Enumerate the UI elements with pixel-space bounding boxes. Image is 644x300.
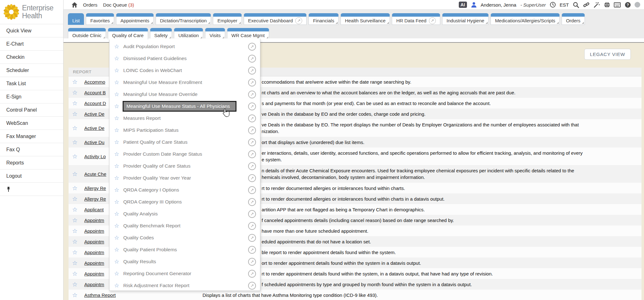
sidebar-item-fax-manager[interactable]: Fax Manager [0,130,63,143]
favorite-star-icon[interactable]: ☆ [113,151,121,158]
menu-item-quality-results[interactable]: ☆Quality Results↗ [109,256,260,268]
report-link[interactable]: Appointm [84,239,104,244]
menu-item-patient-quality-of-care-status[interactable]: ☆Patient Quality of Care Status↗ [109,136,260,148]
open-in-new-icon[interactable]: ↗ [248,162,256,170]
open-in-new-icon[interactable]: ↗ [248,67,256,75]
favorite-star-icon[interactable]: ☆ [113,43,121,50]
favorite-star-icon[interactable]: ☆ [113,210,121,217]
open-in-new-icon[interactable]: ↗ [248,222,256,230]
favorite-star-icon[interactable]: ☆ [71,227,78,235]
report-link[interactable]: Accommo [84,79,105,85]
open-in-new-icon[interactable]: ↗ [248,270,256,278]
tab-health-surveillance[interactable]: Health Surveillance [341,13,390,25]
menu-item-measures-report[interactable]: ☆Measures Report↗ [109,112,260,124]
menu-item-risk-adjustment-factor-report[interactable]: ☆Risk Adjustment Factor Report↗ [109,280,260,292]
open-in-new-icon[interactable]: ↗ [248,150,256,158]
open-in-new-icon[interactable]: ↗ [248,198,256,206]
favorite-star-icon[interactable]: ☆ [113,186,121,193]
open-in-new-icon[interactable]: ↗ [248,91,256,98]
report-link[interactable]: Allergy Re [84,186,106,191]
open-in-new-icon[interactable]: ↗ [248,55,256,63]
favorite-star-icon[interactable]: ☆ [71,125,78,132]
tab-favorites[interactable]: Favorites [86,13,114,25]
favorite-star-icon[interactable]: ☆ [113,55,121,62]
sidebar-item-control-panel[interactable]: Control Panel [0,103,63,117]
report-link[interactable]: Allergy Re [84,196,106,202]
sidebar-item-fax-q[interactable]: Fax Q [0,143,63,156]
tab-safety[interactable]: Safety [150,28,172,40]
tab-wr-case-mgmt[interactable]: WR Case Mgmt [227,28,269,40]
open-in-new-icon[interactable]: ↗ [248,246,256,254]
favorite-star-icon[interactable]: ☆ [71,89,78,96]
tab-executive-dashboard[interactable]: Executive Dashboard↗ [244,13,307,25]
help-icon[interactable]: ? [624,1,631,8]
menu-item-quality-analysis[interactable]: ☆Quality Analysis↗ [109,208,260,220]
link-icon[interactable] [583,1,590,8]
menu-item-quality-benchmark-report[interactable]: ☆Quality Benchmark Report↗ [109,220,260,232]
menu-item-qrda-category-iii-options[interactable]: ☆QRDA Category III Options↗ [109,196,260,208]
favorite-star-icon[interactable]: ☆ [113,91,121,98]
report-link[interactable]: Asthma Report [84,292,116,298]
breadcrumb-doc-queue[interactable]: Doc Queue (3) [103,2,134,8]
tab-quality-of-care[interactable]: Quality of Care [108,28,148,40]
tab-list[interactable]: List [68,13,84,25]
favorite-star-icon[interactable]: ☆ [71,170,78,178]
menu-item-quality-codes[interactable]: ☆Quality Codes↗ [109,232,260,244]
user-name[interactable]: Anderson, Jenna [481,2,516,8]
ai-badge[interactable]: AI [459,2,467,8]
favorite-star-icon[interactable]: ☆ [113,175,121,181]
open-in-new-icon[interactable]: ↗ [248,258,256,266]
report-link[interactable]: Active Du [84,140,104,145]
favorite-star-icon[interactable]: ☆ [71,292,78,299]
favorite-star-icon[interactable]: ☆ [113,270,121,277]
favorite-star-icon[interactable]: ☆ [113,198,121,205]
menu-item-meaningful-use-measure-status-all-physicians[interactable]: ☆Meaningful Use Measure Status - All Phy… [109,100,260,112]
tab-appointments[interactable]: Appointments [116,13,154,25]
menu-item-meaningful-use-measure-enrollment[interactable]: ☆Meaningful Use Measure Enrollment↗ [109,76,260,88]
open-in-new-icon[interactable]: ↗ [248,234,256,242]
favorite-star-icon[interactable]: ☆ [71,238,78,245]
report-link[interactable]: Appointm [84,218,104,223]
favorite-star-icon[interactable]: ☆ [71,139,78,146]
report-link[interactable]: Appointm [84,260,104,266]
favorite-star-icon[interactable]: ☆ [113,103,121,110]
open-in-new-icon[interactable]: ↗ [248,210,256,218]
menu-item-reporting-document-generator[interactable]: ☆Reporting Document Generator↗ [109,268,260,280]
open-in-new-icon[interactable]: ↗ [248,103,256,110]
report-link[interactable]: Active De [84,111,104,117]
favorite-star-icon[interactable]: ☆ [71,153,78,160]
menu-item-dismissed-patient-guidelines[interactable]: ☆Dismissed Patient Guidelines↗ [109,53,260,64]
tab-employer[interactable]: Employer [213,13,242,25]
favorite-star-icon[interactable]: ☆ [71,110,78,118]
open-in-new-icon[interactable]: ↗ [248,79,256,86]
sidebar-item-task-list[interactable]: Task List [0,77,63,90]
menu-item-quality-patient-problems[interactable]: ☆Quality Patient Problems↗ [109,244,260,256]
sidebar-item-scheduler[interactable]: Scheduler [0,64,63,77]
favorite-star-icon[interactable]: ☆ [113,115,121,122]
tab-outside-clinic[interactable]: Outside Clinic [68,28,106,40]
report-link[interactable]: Active De [84,125,104,131]
favorite-star-icon[interactable]: ☆ [113,139,121,146]
open-in-new-icon[interactable]: ↗ [248,174,256,182]
open-in-new-icon[interactable]: ↗ [248,43,256,51]
favorite-star-icon[interactable]: ☆ [113,127,121,134]
favorite-star-icon[interactable]: ☆ [71,217,78,224]
report-link[interactable]: Appointm [84,282,104,287]
favorite-star-icon[interactable]: ☆ [113,67,121,74]
favorite-star-icon[interactable]: ☆ [113,246,121,253]
favorite-star-icon[interactable]: ☆ [71,259,78,267]
clock-icon[interactable] [549,1,556,8]
breadcrumb-orders[interactable]: Orders [83,2,97,8]
report-link[interactable]: Acute Che [84,171,106,177]
favorite-star-icon[interactable]: ☆ [71,195,78,203]
menu-item-mips-participation-status[interactable]: ☆MIPS Participation Status↗ [109,124,260,136]
favorite-star-icon[interactable]: ☆ [71,249,78,256]
favorite-star-icon[interactable]: ☆ [71,185,78,192]
report-link[interactable]: Appointm [84,250,104,255]
tab-hr-data-feed[interactable]: HR Data Feed↗ [392,13,440,25]
report-link[interactable]: Activity Lo [84,154,106,159]
sidebar-item-reports[interactable]: Reports [0,156,63,169]
favorite-star-icon[interactable]: ☆ [71,206,78,213]
tab-medications-allergies-scripts[interactable]: Medications/Allergies/Scripts [491,13,560,25]
sidebar-item-e-chart[interactable]: E-Chart [0,37,63,51]
